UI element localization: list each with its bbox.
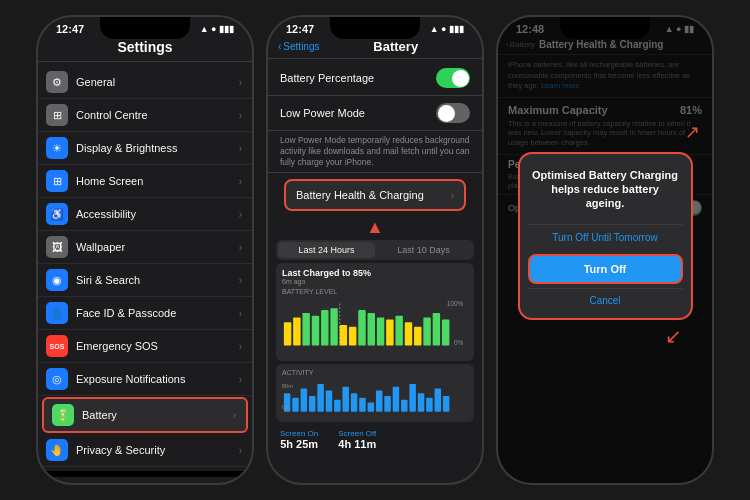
cancel-btn[interactable]: Cancel — [528, 288, 683, 312]
tab-10d[interactable]: Last 10 Days — [375, 242, 472, 258]
settings-item-homescreen[interactable]: ⊞ Home Screen › — [38, 165, 252, 198]
homescreen-label: Home Screen — [76, 175, 231, 187]
svg-rect-30 — [342, 387, 349, 412]
battery-percentage-row[interactable]: Battery Percentage — [268, 61, 482, 96]
svg-text:0m: 0m — [282, 404, 290, 410]
settings-item-display[interactable]: ☀ Display & Brightness › — [38, 132, 252, 165]
svg-rect-5 — [293, 318, 300, 346]
battery-health-chevron: › — [451, 190, 454, 201]
last-charged-time: 6m ago — [282, 278, 468, 285]
status-icons-2: ▲ ● ▮▮▮ — [430, 24, 464, 34]
settings-list: ⚙ General › ⊞ Control Centre › ☀ Display… — [38, 66, 252, 485]
svg-rect-35 — [384, 396, 391, 412]
screen-off-stat: Screen Off 4h 11m — [338, 429, 376, 450]
last-charged-label: Last Charged to 85% — [282, 268, 468, 278]
battery-level-label: BATTERY LEVEL — [282, 288, 468, 295]
svg-rect-25 — [301, 389, 308, 412]
turn-off-tomorrow-btn[interactable]: Turn Off Until Tomorrow — [528, 224, 683, 250]
activity-label: ACTIVITY — [282, 369, 468, 376]
svg-rect-41 — [435, 389, 442, 412]
faceid-label: Face ID & Passcode — [76, 307, 231, 319]
siri-icon: ◉ — [46, 269, 68, 291]
svg-rect-24 — [292, 398, 299, 412]
low-power-row[interactable]: Low Power Mode — [268, 96, 482, 131]
low-power-desc: Low Power Mode temporarily reduces backg… — [268, 131, 482, 173]
svg-rect-34 — [376, 391, 383, 412]
tab-row: Last 24 Hours Last 10 Days — [276, 240, 474, 260]
svg-rect-8 — [321, 310, 328, 345]
status-time-1: 12:47 — [56, 23, 84, 35]
svg-text:0%: 0% — [454, 340, 464, 347]
svg-rect-9 — [330, 308, 337, 345]
svg-rect-40 — [426, 398, 433, 412]
nav-back-2[interactable]: ‹ Settings — [278, 41, 319, 52]
settings-item-appstore[interactable]: A App Store › — [38, 481, 252, 485]
svg-rect-27 — [317, 384, 324, 412]
wallpaper-icon: 🖼 — [46, 236, 68, 258]
tab-24h[interactable]: Last 24 Hours — [278, 242, 375, 258]
low-power-label: Low Power Mode — [280, 107, 436, 119]
settings-item-sos[interactable]: SOS Emergency SOS › — [38, 330, 252, 363]
screen-off-value: 4h 11m — [338, 438, 376, 450]
settings-item-faceid[interactable]: 👤 Face ID & Passcode › — [38, 297, 252, 330]
battery-nav: ‹ Settings Battery — [268, 37, 482, 59]
health-arrow: ➜ — [481, 183, 484, 205]
phone-2: 12:47 ▲ ● ▮▮▮ ‹ Settings Battery Battery… — [266, 15, 484, 485]
screen-off-label: Screen Off — [338, 429, 376, 438]
svg-text:80m: 80m — [282, 383, 293, 389]
svg-rect-20 — [433, 313, 440, 346]
screen-on-stat: Screen On 5h 25m — [280, 429, 318, 450]
battery-health-btn[interactable]: Battery Health & Charging › — [284, 179, 466, 211]
svg-rect-6 — [302, 313, 309, 346]
control-centre-label: Control Centre — [76, 109, 231, 121]
screen-on-value: 5h 25m — [280, 438, 318, 450]
svg-rect-16 — [395, 316, 402, 346]
svg-rect-29 — [334, 400, 341, 412]
homescreen-icon: ⊞ — [46, 170, 68, 192]
svg-rect-15 — [386, 320, 393, 346]
status-bar-1: 12:47 ▲ ● ▮▮▮ — [38, 17, 252, 37]
accessibility-label: Accessibility — [76, 208, 231, 220]
settings-title: Settings — [38, 37, 252, 62]
bottom-arrow: ↙ — [665, 324, 682, 348]
status-icons-1: ▲ ● ▮▮▮ — [200, 24, 234, 34]
settings-item-accessibility[interactable]: ♿ Accessibility › — [38, 198, 252, 231]
svg-rect-38 — [409, 384, 416, 412]
privacy-icon: 🤚 — [46, 439, 68, 461]
control-centre-icon: ⊞ — [46, 104, 68, 126]
back-chevron-2: ‹ — [278, 41, 281, 52]
settings-item-battery[interactable]: 🔋 Battery › — [42, 397, 248, 433]
settings-item-general[interactable]: ⚙ General › — [38, 66, 252, 99]
svg-rect-26 — [309, 396, 316, 412]
low-power-toggle[interactable] — [436, 103, 470, 123]
modal-arrow: ↙ — [685, 122, 700, 144]
privacy-label: Privacy & Security — [76, 444, 231, 456]
screen-stats: Screen On 5h 25m Screen Off 4h 11m — [268, 425, 482, 454]
svg-rect-39 — [418, 393, 425, 412]
battery-percentage-toggle[interactable] — [436, 68, 470, 88]
modal-body: Optimised Battery Charging helps reduce … — [520, 154, 691, 225]
svg-rect-4 — [284, 322, 291, 345]
svg-rect-13 — [368, 313, 375, 346]
wallpaper-label: Wallpaper — [76, 241, 231, 253]
activity-area: ACTIVITY 80m 0m — [276, 364, 474, 422]
settings-item-exposure[interactable]: ◎ Exposure Notifications › — [38, 363, 252, 396]
settings-item-siri[interactable]: ◉ Siri & Search › — [38, 264, 252, 297]
general-label: General — [76, 76, 231, 88]
svg-rect-14 — [377, 318, 384, 346]
svg-rect-10 — [340, 325, 347, 345]
modal-box: Optimised Battery Charging helps reduce … — [518, 152, 693, 321]
settings-item-wallpaper[interactable]: 🖼 Wallpaper › — [38, 231, 252, 264]
settings-item-privacy[interactable]: 🤚 Privacy & Security › — [38, 434, 252, 467]
up-arrow: ▲ — [268, 217, 482, 238]
turn-off-btn[interactable]: Turn Off — [528, 254, 683, 284]
battery-chart-area: Last Charged to 85% 6m ago BATTERY LEVEL… — [276, 263, 474, 361]
screen-on-label: Screen On — [280, 429, 318, 438]
sos-label: Emergency SOS — [76, 340, 231, 352]
svg-rect-17 — [405, 322, 412, 345]
activity-chart-svg: 80m 0m — [282, 378, 468, 413]
settings-item-control-centre[interactable]: ⊞ Control Centre › — [38, 99, 252, 132]
status-time-2: 12:47 — [286, 23, 314, 35]
svg-rect-28 — [326, 391, 333, 412]
svg-rect-42 — [443, 396, 450, 412]
